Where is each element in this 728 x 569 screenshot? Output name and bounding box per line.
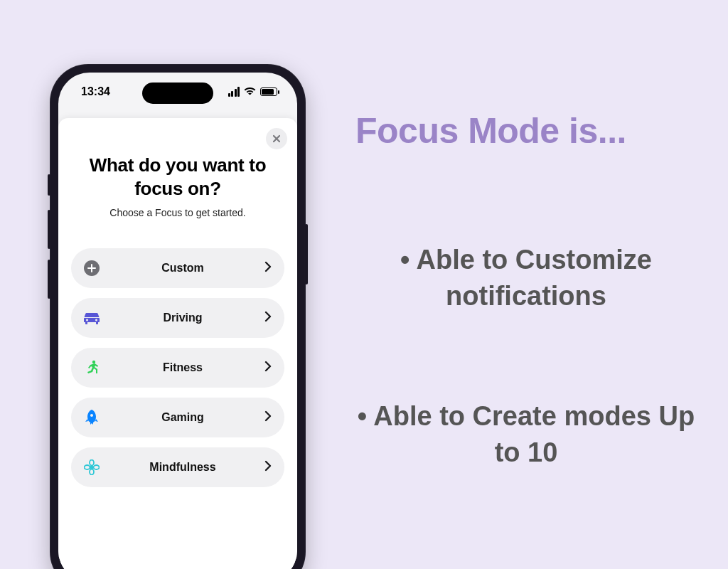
mute-switch — [48, 174, 50, 196]
power-button — [305, 224, 308, 284]
feature-bullet-1: • Able to Customize notifications — [341, 242, 711, 315]
close-icon — [272, 134, 281, 143]
chevron-right-icon — [264, 410, 272, 425]
rocket-icon — [82, 408, 101, 427]
focus-item-custom[interactable]: Custom — [71, 248, 284, 288]
sheet-subtitle: Choose a Focus to get started. — [71, 207, 284, 218]
focus-item-label: Mindfulness — [101, 461, 264, 474]
sheet-title: What do you want to focus on? — [71, 134, 284, 207]
chevron-right-icon — [264, 261, 272, 275]
phone-frame: 13:34 What do you want to focus on? Choo… — [50, 64, 306, 569]
close-button[interactable] — [266, 128, 287, 149]
svg-point-5 — [85, 465, 90, 469]
focus-item-mindfulness[interactable]: Mindfulness — [71, 447, 284, 487]
chevron-right-icon — [264, 460, 272, 474]
svg-point-4 — [90, 469, 94, 475]
volume-up-button — [48, 210, 50, 249]
feature-bullet-2: • Able to Create modes Up to 10 — [341, 398, 711, 472]
car-icon — [82, 309, 101, 327]
focus-setup-sheet: What do you want to focus on? Choose a F… — [58, 118, 297, 569]
dynamic-island — [142, 83, 213, 104]
focus-item-fitness[interactable]: Fitness — [71, 348, 284, 388]
focus-item-label: Gaming — [101, 411, 264, 424]
cellular-signal-icon — [228, 87, 240, 97]
svg-point-6 — [94, 465, 100, 469]
flower-icon — [82, 458, 101, 477]
battery-icon — [260, 87, 277, 96]
focus-item-gaming[interactable]: Gaming — [71, 398, 284, 437]
wifi-icon — [244, 85, 256, 98]
status-time: 13:34 — [81, 85, 110, 98]
focus-item-label: Custom — [101, 262, 264, 275]
chevron-right-icon — [264, 311, 272, 325]
phone-screen: 13:34 What do you want to focus on? Choo… — [58, 73, 297, 569]
focus-item-driving[interactable]: Driving — [71, 298, 284, 338]
svg-point-1 — [92, 361, 95, 363]
headline-text: Focus Mode is... — [355, 110, 626, 151]
plus-circle-icon — [82, 259, 101, 277]
volume-down-button — [48, 260, 50, 299]
running-icon — [82, 358, 101, 377]
focus-item-label: Fitness — [101, 361, 264, 374]
svg-point-3 — [90, 460, 94, 466]
status-right-icons — [228, 85, 278, 98]
chevron-right-icon — [264, 361, 272, 375]
focus-list: Custom Driving — [71, 248, 284, 487]
focus-item-label: Driving — [101, 312, 264, 324]
